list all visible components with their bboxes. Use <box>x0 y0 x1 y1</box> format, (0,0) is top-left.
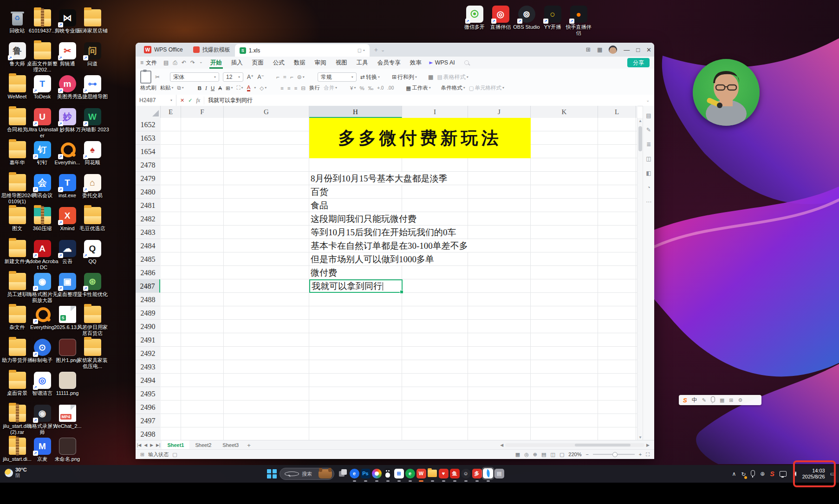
increase-font-icon[interactable]: A⁺ <box>247 74 254 80</box>
tray-chevron-icon[interactable]: ∧ <box>732 471 736 477</box>
row-header-2492[interactable]: 2492 <box>136 347 160 360</box>
file-menu[interactable]: ≡文件 <box>140 59 157 67</box>
font-color-icon[interactable]: A <box>247 85 251 91</box>
zoom-level-label[interactable]: 220% <box>568 452 581 457</box>
confirm-entry-icon[interactable]: ✓ <box>188 97 192 103</box>
remove-decimal-icon[interactable]: .00 <box>387 85 394 90</box>
next-sheet-icon[interactable]: ▶ <box>150 443 153 447</box>
format-painter-button[interactable]: 格式刷 <box>140 84 156 91</box>
align-top-icon[interactable]: ⌐ <box>276 74 280 80</box>
row-header-2495[interactable]: 2495 <box>136 387 160 401</box>
print-icon[interactable]: ⎙ <box>173 59 177 66</box>
notification-icon[interactable]: ▭ <box>830 471 835 477</box>
document-tab[interactable]: S1.xls◻ • <box>235 44 370 57</box>
wrap-text-button[interactable]: 换行 <box>309 84 320 91</box>
row-header-2485[interactable]: 2485 <box>136 252 160 266</box>
bold-button[interactable]: B <box>198 85 202 91</box>
row-header-2487[interactable]: 2487 <box>136 279 160 293</box>
display-icon[interactable] <box>780 471 787 477</box>
menu-tab-开始[interactable]: 开始 <box>209 57 223 69</box>
vscroll-thumb[interactable] <box>638 126 642 151</box>
conditional-format-button[interactable]: 条件格式▾ <box>441 84 465 91</box>
italic-button[interactable]: I <box>205 85 207 91</box>
align-middle-icon[interactable]: = <box>283 74 286 80</box>
cell-text-row-2484[interactable]: 基本卡在自然订单都是在30-100单差不多 <box>311 239 471 252</box>
fullscreen-icon[interactable]: ⛶ <box>646 452 650 458</box>
row-header-2484[interactable]: 2484 <box>136 239 160 252</box>
hscroll-left-icon[interactable]: ◀ <box>500 443 503 447</box>
cell-text-row-2486[interactable]: 微付费 <box>311 266 340 279</box>
rail-more-icon[interactable]: ⋯ <box>646 199 651 205</box>
taskbar-app-fish-app[interactable]: 鱼 <box>449 468 460 478</box>
close-button[interactable]: ✕ <box>646 46 651 53</box>
ime-toolbar[interactable]: S 中 ✎ ▦ ⊞ ⚙ <box>679 395 761 405</box>
view-layout-icon[interactable]: ▢ <box>559 452 564 458</box>
ribbon-search-icon[interactable] <box>464 60 469 65</box>
sheet-tab-Sheet2[interactable]: Sheet2 <box>189 440 217 450</box>
align-bottom-icon[interactable]: ⌐ <box>290 74 293 80</box>
select-all-corner[interactable] <box>136 106 161 118</box>
taskbar-app-rainbow-browser[interactable] <box>371 468 382 478</box>
row-header-2483[interactable]: 2483 <box>136 226 160 239</box>
taskbar-app-file-explorer[interactable] <box>427 468 437 478</box>
desktop-icon[interactable]: 未命名.png <box>51 438 84 462</box>
cell-text-row-2481[interactable]: 食品 <box>311 199 331 212</box>
copy-icon[interactable]: ⧉▾ <box>177 85 184 91</box>
column-header-H[interactable]: H <box>309 106 402 118</box>
cond-format-icon[interactable]: ▦ <box>428 74 433 80</box>
maximize-button[interactable]: □ <box>636 46 640 53</box>
sheet-tab-Sheet3[interactable]: Sheet3 <box>217 440 244 450</box>
menu-tab-审阅[interactable]: 审阅 <box>314 57 327 69</box>
taskbar-app-qq[interactable] <box>383 468 393 478</box>
tray-mic-icon[interactable] <box>751 470 755 476</box>
save-icon[interactable]: ▤ <box>163 59 169 66</box>
taskbar-app-photoshop[interactable]: Ps <box>360 468 371 478</box>
desktop-icon[interactable]: 家纺家具家装低压电... <box>76 339 109 369</box>
hscroll-thumb[interactable] <box>575 444 631 446</box>
desktop-icon[interactable]: MP4WeChat_2... <box>51 405 84 429</box>
taskbar-app-pinduoduo-merchant[interactable]: ♥ <box>438 468 449 478</box>
wps-home-tab[interactable]: W WPS Office <box>138 43 189 57</box>
cell-text-row-2480[interactable]: 百货 <box>311 186 331 198</box>
taskbar-app-transfer-tool[interactable]: ⊞ <box>394 468 404 478</box>
row-header-2497[interactable]: 2497 <box>136 414 160 427</box>
menu-tab-WPS AI[interactable]: WPS AI <box>430 57 456 69</box>
desktop-icon[interactable]: ⊛↗显卡性能优化 <box>76 273 109 297</box>
row-header-2493[interactable]: 2493 <box>136 360 160 374</box>
speaker-icon[interactable] <box>792 472 796 476</box>
menu-tab-页面[interactable]: 页面 <box>251 57 265 69</box>
table-style-button[interactable]: ▤ 表格样式▾ <box>437 73 468 81</box>
column-header-G[interactable]: G <box>224 106 309 118</box>
align-left-icon[interactable]: ≡ <box>280 85 284 91</box>
weather-widget[interactable]: 30°C 阴 <box>5 467 27 479</box>
rail-edit-icon[interactable]: ✎ <box>646 127 651 133</box>
taskbar-search[interactable]: 搜索 <box>280 468 334 480</box>
zoom-knob[interactable] <box>612 452 618 457</box>
borders-icon[interactable]: ⊞▾ <box>226 85 233 91</box>
sogou-tray-icon[interactable]: S <box>770 470 774 478</box>
rail-panel-icon[interactable]: ▤ <box>646 112 651 119</box>
menu-tab-插入[interactable]: 插入 <box>230 57 244 69</box>
underline-button[interactable]: U <box>211 85 215 91</box>
taskbar-app-red-app[interactable]: 多 <box>472 468 482 478</box>
prev-sheet-icon[interactable]: ◀ <box>144 443 147 447</box>
desktop-icon[interactable]: 问↗问道 <box>76 42 109 67</box>
column-header-I[interactable]: I <box>402 106 468 118</box>
ime-grid-icon[interactable]: ⊞ <box>729 397 733 403</box>
row-header-2488[interactable]: 2488 <box>136 293 160 306</box>
taskbar-clock[interactable]: 14:03 2025/8/26 <box>802 468 825 480</box>
desktop-icon[interactable]: ○↗YY开播 <box>538 6 567 30</box>
desktop-icon[interactable]: ●↗快手直播伴侣 <box>564 6 593 36</box>
row-header-2479[interactable]: 2479 <box>136 172 160 185</box>
eraser-icon[interactable]: ◇▾ <box>260 85 267 91</box>
undo-icon[interactable]: ↶ <box>182 59 186 66</box>
row-header-2496[interactable]: 2496 <box>136 401 160 414</box>
desktop-icon[interactable]: 11111.png <box>51 372 84 396</box>
row-header-2489[interactable]: 2489 <box>136 306 160 320</box>
row-header-2498[interactable]: 2498 <box>136 427 160 440</box>
apps-grid-icon[interactable]: ▦ <box>597 46 602 53</box>
desktop-icon[interactable]: ♠↗同花顺 <box>76 141 109 166</box>
layout-icon[interactable]: ⊞ <box>586 46 591 53</box>
desktop-icon[interactable]: ⊚↗OBS Studio <box>512 6 541 30</box>
column-header-L[interactable]: L <box>598 106 636 118</box>
